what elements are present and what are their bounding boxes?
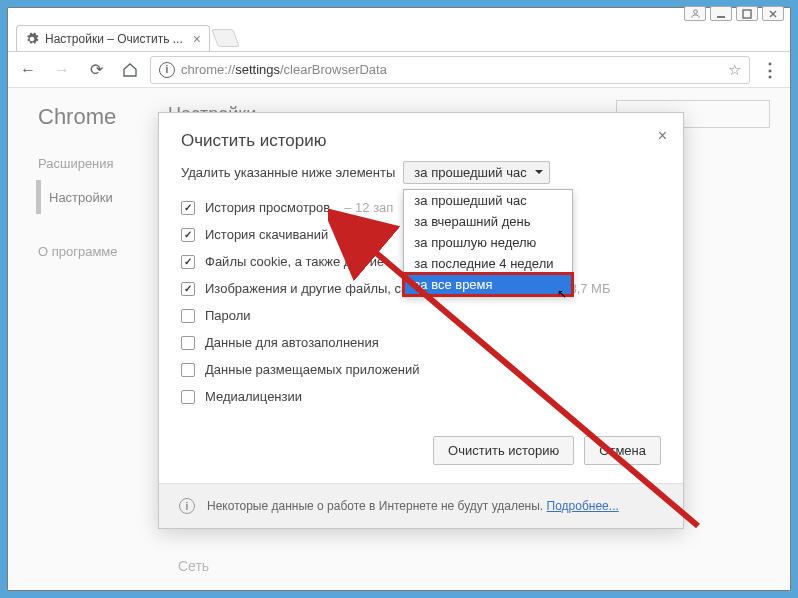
dd-option-all[interactable]: за все время↖: [404, 274, 572, 295]
checkbox[interactable]: [181, 336, 195, 350]
cancel-button[interactable]: Отмена: [584, 436, 661, 465]
forward-button[interactable]: →: [48, 56, 76, 84]
browser-window: Настройки – Очистить ... × ← → ⟳ i chrom…: [7, 7, 791, 591]
menu-button[interactable]: ⋮: [756, 56, 784, 84]
footer-text: Некоторые данные о работе в Интернете не…: [207, 499, 543, 513]
close-button[interactable]: [762, 6, 784, 21]
checkbox[interactable]: [181, 282, 195, 296]
check-hosted-apps: Данные размещаемых приложений: [181, 356, 661, 383]
titlebar: [8, 8, 790, 21]
tab-title: Настройки – Очистить ...: [45, 32, 183, 46]
check-media: Медиалицензии: [181, 383, 661, 410]
dd-option-day[interactable]: за вчерашний день: [404, 211, 572, 232]
url-text: chrome://settings/clearBrowserData: [181, 62, 722, 77]
bookmark-icon[interactable]: ☆: [728, 61, 741, 79]
chevron-down-icon: [535, 170, 543, 174]
maximize-button[interactable]: [736, 6, 758, 21]
reload-button[interactable]: ⟳: [82, 56, 110, 84]
toolbar: ← → ⟳ i chrome://settings/clearBrowserDa…: [8, 52, 790, 88]
window-buttons: [684, 6, 784, 21]
delete-label: Удалить указанные ниже элементы: [181, 165, 395, 180]
dd-option-hour[interactable]: за прошедший час: [404, 190, 572, 211]
dialog-footer: i Некоторые данные о работе в Интернете …: [159, 483, 683, 528]
check-autofill: Данные для автозаполнения: [181, 329, 661, 356]
info-icon: i: [159, 62, 175, 78]
settings-page: Chrome Расширения Настройки О программе …: [8, 88, 790, 590]
dropdown-button[interactable]: за прошедший час: [403, 161, 549, 184]
svg-rect-1: [717, 16, 725, 18]
dialog-close-button[interactable]: ×: [658, 127, 667, 145]
dropdown-menu: за прошедший час за вчерашний день за пр…: [403, 189, 573, 296]
minimize-button[interactable]: [710, 6, 732, 21]
back-button[interactable]: ←: [14, 56, 42, 84]
dialog-actions: Очистить историю Отмена: [159, 422, 683, 483]
tabstrip: Настройки – Очистить ... ×: [8, 21, 790, 52]
close-icon[interactable]: ×: [193, 31, 201, 47]
user-button[interactable]: [684, 6, 706, 21]
new-tab-button[interactable]: [211, 29, 240, 47]
time-range-dropdown[interactable]: за прошедший час за прошедший час за вче…: [403, 165, 549, 180]
dd-option-4weeks[interactable]: за последние 4 недели: [404, 253, 572, 274]
svg-rect-2: [743, 10, 751, 18]
checkbox[interactable]: [181, 255, 195, 269]
clear-data-dialog: × Очистить историю Удалить указанные ниж…: [158, 112, 684, 529]
learn-more-link[interactable]: Подробнее...: [547, 499, 619, 513]
tab-settings[interactable]: Настройки – Очистить ... ×: [16, 25, 210, 51]
dd-option-week[interactable]: за прошлую неделю: [404, 232, 572, 253]
checkbox[interactable]: [181, 309, 195, 323]
checkbox[interactable]: [181, 201, 195, 215]
dialog-title: Очистить историю: [159, 113, 683, 161]
cursor-icon: ↖: [557, 287, 567, 301]
svg-point-0: [693, 10, 697, 14]
omnibox[interactable]: i chrome://settings/clearBrowserData ☆: [150, 56, 750, 84]
check-passwords: Пароли: [181, 302, 661, 329]
home-button[interactable]: [116, 56, 144, 84]
checkbox[interactable]: [181, 228, 195, 242]
checkbox[interactable]: [181, 390, 195, 404]
delete-row: Удалить указанные ниже элементы за проше…: [159, 161, 683, 192]
checkbox[interactable]: [181, 363, 195, 377]
clear-button[interactable]: Очистить историю: [433, 436, 574, 465]
info-icon: i: [179, 498, 195, 514]
gear-icon: [25, 32, 39, 46]
